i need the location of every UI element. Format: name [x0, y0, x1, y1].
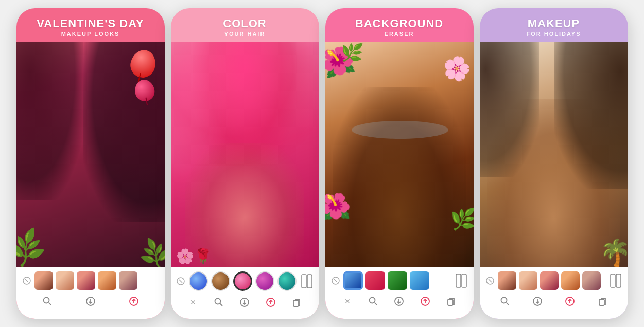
sky-bg-swatch[interactable] [410, 271, 429, 290]
card-4-title: MAKEUP [488, 17, 620, 30]
svg-rect-21 [456, 274, 461, 287]
card-1-image: 🌿 🌿 [16, 42, 165, 267]
share-icon[interactable] [127, 294, 141, 308]
face-swatch-4[interactable] [98, 271, 116, 290]
compare-icon[interactable] [454, 271, 468, 290]
card-2-swatches [176, 271, 314, 291]
svg-point-2 [43, 298, 49, 303]
zoom-icon[interactable] [498, 294, 512, 308]
svg-rect-29 [448, 299, 453, 305]
card-1-toolbar [16, 267, 165, 319]
svg-point-34 [501, 298, 507, 303]
copy-icon[interactable] [595, 294, 610, 308]
tropical-plant: 🌴 [596, 235, 628, 267]
card-1-bottom-icons [22, 293, 160, 310]
cancel-icon[interactable] [22, 276, 32, 286]
svg-line-1 [25, 279, 28, 282]
cross-icon[interactable]: ✕ [186, 295, 200, 310]
svg-line-31 [489, 279, 492, 282]
svg-line-35 [507, 303, 509, 305]
svg-rect-11 [307, 275, 312, 288]
face-swatch-5[interactable] [119, 271, 137, 290]
zoom-icon[interactable] [40, 294, 55, 308]
card-3-toolbar: ✕ [325, 267, 474, 319]
cancel-icon[interactable] [176, 276, 186, 286]
leaf-right-bottom: 🌿 [450, 207, 474, 231]
card-2-header: COLOR YOUR HAIR [171, 8, 319, 42]
leaves-top: 🌿 [340, 42, 364, 64]
background-eraser-card: BACKGROUND ERASER 🌺 🌸 🌿 🌺 🌿 [325, 8, 474, 319]
card-3-title: BACKGROUND [334, 17, 465, 30]
card-4-toolbar [480, 267, 628, 319]
face-swatch-1[interactable] [34, 271, 53, 290]
card-4-image: 🌴 [480, 42, 628, 267]
svg-rect-22 [462, 274, 466, 287]
svg-rect-40 [599, 299, 604, 305]
teal-hair-swatch[interactable] [277, 271, 297, 291]
face-swatch-2[interactable] [519, 271, 537, 290]
card-2-toolbar: ✕ [171, 267, 319, 319]
card-1-subtitle: MAKEUP LOOKS [25, 31, 156, 37]
card-3-subtitle: ERASER [334, 31, 465, 37]
pink-hair-swatch[interactable] [233, 271, 252, 291]
card-3-bottom-icons: ✕ [330, 293, 468, 310]
compare-icon[interactable] [300, 272, 314, 290]
svg-line-24 [375, 303, 377, 305]
flower-left-bottom: 🌺 [325, 192, 351, 221]
zoom-icon[interactable] [366, 294, 380, 308]
card-3-swatches [330, 271, 468, 290]
card-1-swatches [22, 271, 160, 290]
share-icon[interactable] [563, 294, 577, 308]
svg-line-13 [220, 304, 223, 306]
card-2-subtitle: YOUR HAIR [179, 31, 311, 37]
compare-icon[interactable] [608, 271, 623, 290]
face-swatch-5[interactable] [582, 271, 601, 290]
brown-hair-swatch[interactable] [211, 271, 230, 291]
svg-line-20 [334, 279, 337, 282]
cancel-icon[interactable] [485, 276, 495, 286]
svg-line-9 [179, 280, 182, 283]
card-4-header: MAKEUP FOR HOLIDAYS [480, 8, 628, 42]
card-4-subtitle: FOR HOLIDAYS [488, 31, 620, 37]
face-swatch-2[interactable] [56, 271, 74, 290]
copy-icon[interactable] [289, 295, 304, 310]
download-icon[interactable] [530, 294, 545, 308]
color-hair-card: COLOR YOUR HAIR 🌸🌹 [171, 8, 319, 319]
magenta-hair-swatch[interactable] [255, 271, 274, 291]
zoom-icon[interactable] [212, 295, 226, 310]
share-icon[interactable] [264, 295, 278, 310]
card-1-header: VALENTINE'S DAY MAKEUP LOOKS [16, 8, 165, 42]
svg-point-23 [370, 298, 375, 303]
face-swatch-3[interactable] [77, 271, 95, 290]
card-3-image: 🌺 🌸 🌿 🌺 🌿 [325, 42, 474, 267]
card-4-bottom-icons [485, 293, 623, 310]
card-4-swatches [485, 271, 623, 290]
face-swatch-4[interactable] [561, 271, 580, 290]
card-2-face-overlay [171, 42, 319, 267]
svg-rect-33 [616, 274, 621, 287]
download-icon[interactable] [392, 294, 406, 308]
makeup-holidays-card: MAKEUP FOR HOLIDAYS 🌴 [480, 8, 628, 319]
share-icon[interactable] [418, 294, 432, 308]
copy-icon[interactable] [444, 294, 458, 308]
download-icon[interactable] [83, 294, 98, 308]
flower-bg-swatch[interactable] [365, 271, 385, 290]
card-4-face-overlay [480, 42, 628, 267]
svg-line-3 [48, 303, 51, 305]
face-swatch-1[interactable] [498, 271, 516, 290]
svg-rect-32 [611, 274, 615, 287]
nature-bg-swatch[interactable] [388, 271, 407, 290]
flowers-decoration: 🌸🌹 [176, 248, 212, 265]
cancel-icon[interactable] [330, 276, 341, 286]
card-2-bottom-icons: ✕ [176, 294, 314, 311]
svg-rect-18 [293, 300, 299, 306]
svg-rect-10 [302, 275, 306, 288]
card-2-title: COLOR [179, 17, 311, 30]
face-swatch-3[interactable] [540, 271, 559, 290]
balloons-decoration [131, 50, 155, 101]
blue-bg-swatch[interactable] [343, 271, 363, 290]
download-icon[interactable] [237, 295, 252, 310]
blue-hair-swatch[interactable] [189, 271, 208, 291]
card-1-title: VALENTINE'S DAY [25, 17, 156, 30]
cross-icon[interactable]: ✕ [340, 294, 355, 308]
